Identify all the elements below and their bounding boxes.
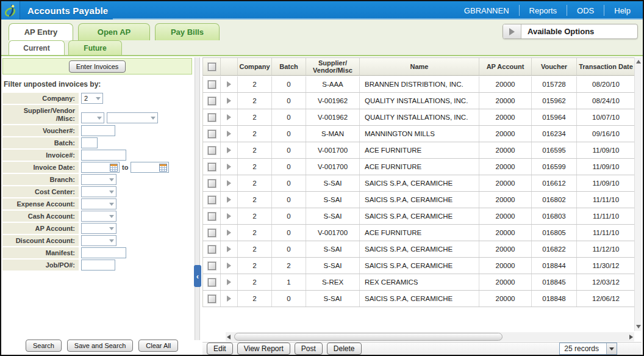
tab-open-ap[interactable]: Open AP bbox=[78, 23, 150, 40]
expand-row-icon[interactable] bbox=[227, 131, 231, 137]
enter-invoices-button[interactable]: Enter Invoices bbox=[69, 60, 126, 73]
table-row: 2 1 S-REX REX CERAMICS 20000 018845 12/0… bbox=[202, 274, 635, 291]
ap-account-select[interactable] bbox=[81, 223, 116, 234]
scroll-left-icon[interactable] bbox=[227, 335, 231, 340]
cell-ap-account: 20000 bbox=[479, 192, 532, 208]
clear-all-button[interactable]: Clear All bbox=[138, 340, 178, 352]
row-checkbox[interactable] bbox=[208, 262, 216, 270]
manifest-input[interactable] bbox=[81, 247, 126, 258]
row-checkbox[interactable] bbox=[208, 278, 216, 286]
app-logo[interactable] bbox=[1, 1, 20, 20]
expand-row-icon[interactable] bbox=[227, 263, 231, 269]
branch-select[interactable] bbox=[81, 174, 116, 185]
column-header-ap-account[interactable]: AP Account bbox=[479, 58, 532, 75]
records-per-page-value: 25 records bbox=[560, 344, 606, 353]
company-select[interactable]: 2 bbox=[81, 93, 103, 104]
delete-button[interactable]: Delete bbox=[327, 343, 362, 355]
column-header-voucher[interactable]: Voucher bbox=[532, 58, 577, 75]
row-checkbox[interactable] bbox=[208, 295, 216, 303]
expand-row-icon[interactable] bbox=[227, 197, 231, 203]
row-checkbox[interactable] bbox=[208, 114, 216, 122]
records-per-page-select[interactable]: 25 records bbox=[559, 343, 617, 355]
cell-batch: 0 bbox=[272, 93, 306, 109]
expand-row-icon[interactable] bbox=[227, 180, 231, 186]
chevron-down-icon bbox=[109, 215, 114, 218]
cell-company: 2 bbox=[238, 175, 272, 191]
invoice-input[interactable] bbox=[81, 150, 126, 161]
row-checkbox[interactable] bbox=[208, 229, 216, 237]
filter-row-job-po: Job/PO#: bbox=[2, 260, 193, 271]
menu-item-user[interactable]: GBRANNEN bbox=[454, 1, 519, 20]
tab-ap-entry[interactable]: AP Entry bbox=[9, 23, 73, 40]
available-options-button[interactable]: Available Options bbox=[503, 24, 638, 39]
expand-row-icon[interactable] bbox=[227, 213, 231, 219]
column-header-transaction-date[interactable]: Transaction Date bbox=[577, 58, 635, 75]
column-header-supplier[interactable]: Supplier/ Vendor/Misc bbox=[306, 58, 360, 75]
column-header-batch[interactable]: Batch bbox=[272, 58, 306, 75]
subtab-current[interactable]: Current bbox=[9, 40, 65, 55]
expand-row-icon[interactable] bbox=[227, 164, 231, 170]
records-dropdown-button[interactable] bbox=[606, 343, 617, 354]
expand-row-icon[interactable] bbox=[227, 147, 231, 153]
search-button[interactable]: Search bbox=[26, 340, 62, 352]
supplier-type-select[interactable] bbox=[81, 112, 104, 123]
menu-item-help[interactable]: Help bbox=[604, 1, 640, 20]
view-report-button[interactable]: View Report bbox=[237, 343, 290, 355]
cell-batch: 0 bbox=[272, 175, 306, 191]
invoice-date-to-input[interactable] bbox=[131, 163, 159, 172]
scroll-right-icon[interactable] bbox=[629, 335, 633, 340]
cost-center-select[interactable] bbox=[81, 186, 116, 197]
discount-account-select[interactable] bbox=[81, 235, 116, 246]
column-header-name[interactable]: Name bbox=[360, 58, 479, 75]
row-checkbox[interactable] bbox=[208, 130, 216, 138]
column-header-company[interactable]: Company bbox=[238, 58, 272, 75]
voucher-input[interactable] bbox=[81, 125, 115, 136]
cell-ap-account: 20000 bbox=[479, 93, 532, 109]
row-checkbox[interactable] bbox=[208, 97, 216, 105]
cell-supplier: S-SAI bbox=[306, 291, 360, 307]
vertical-scrollbar[interactable] bbox=[634, 57, 642, 331]
select-all-checkbox[interactable] bbox=[208, 63, 216, 71]
batch-input[interactable] bbox=[81, 137, 98, 148]
menu-item-ods[interactable]: ODS bbox=[567, 1, 604, 20]
panel-splitter[interactable]: ‹ bbox=[195, 57, 200, 340]
expand-row-icon[interactable] bbox=[227, 98, 231, 104]
post-button[interactable]: Post bbox=[295, 343, 323, 355]
scroll-down-icon[interactable] bbox=[636, 325, 641, 329]
row-checkbox[interactable] bbox=[208, 180, 216, 187]
available-options-expand[interactable] bbox=[503, 24, 521, 38]
row-checkbox[interactable] bbox=[208, 163, 216, 171]
tab-pay-bills[interactable]: Pay Bills bbox=[155, 23, 220, 40]
invoice-date-from-input[interactable] bbox=[82, 163, 110, 172]
job-po-input[interactable] bbox=[81, 260, 115, 271]
cash-account-select[interactable] bbox=[81, 211, 116, 222]
expense-account-select[interactable] bbox=[81, 198, 116, 209]
save-and-search-button[interactable]: Save and Search bbox=[67, 340, 133, 352]
expand-row-icon[interactable] bbox=[227, 81, 231, 87]
row-checkbox[interactable] bbox=[208, 213, 216, 220]
horizontal-scroll-thumb[interactable] bbox=[234, 333, 503, 341]
expand-row-icon[interactable] bbox=[227, 246, 231, 252]
row-checkbox[interactable] bbox=[208, 81, 216, 89]
menu-item-reports[interactable]: Reports bbox=[520, 1, 567, 20]
expand-row-icon[interactable] bbox=[227, 230, 231, 236]
edit-button[interactable]: Edit bbox=[207, 343, 233, 355]
row-checkbox[interactable] bbox=[208, 147, 216, 154]
play-icon bbox=[509, 28, 515, 35]
cell-ap-account: 20000 bbox=[479, 175, 532, 191]
expand-row-icon[interactable] bbox=[227, 296, 231, 302]
expand-row-icon[interactable] bbox=[227, 279, 231, 285]
row-checkbox[interactable] bbox=[208, 245, 216, 253]
horizontal-scrollbar[interactable] bbox=[226, 332, 634, 341]
subtab-future[interactable]: Future bbox=[68, 40, 122, 55]
cell-supplier: S-MAN bbox=[306, 126, 360, 142]
calendar-icon[interactable] bbox=[110, 164, 118, 172]
cell-supplier: S-SAI bbox=[306, 192, 360, 208]
supplier-select[interactable] bbox=[107, 112, 158, 123]
calendar-icon[interactable] bbox=[159, 164, 167, 172]
scroll-up-icon[interactable] bbox=[636, 60, 641, 64]
expand-row-icon[interactable] bbox=[227, 114, 231, 120]
row-checkbox[interactable] bbox=[208, 196, 216, 204]
collapse-panel-handle[interactable]: ‹ bbox=[194, 265, 201, 287]
table-row: 2 0 S-SAI SAICIS S.P.A, CERAMICHE 20000 … bbox=[202, 291, 635, 307]
